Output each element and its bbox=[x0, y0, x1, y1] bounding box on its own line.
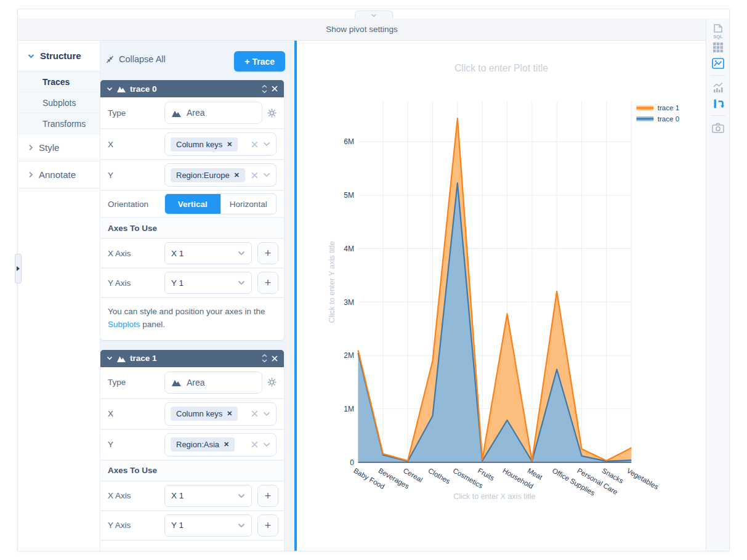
x-tick-label: Meat bbox=[527, 467, 544, 482]
add-x-axis-button[interactable]: + bbox=[257, 242, 278, 264]
sidebar-item-transforms[interactable]: Transforms bbox=[18, 113, 100, 134]
remove-chip-icon[interactable]: ✕ bbox=[227, 410, 232, 417]
area-fill-trace-1[interactable] bbox=[358, 118, 632, 462]
chevron-down-icon[interactable] bbox=[263, 142, 270, 147]
trace-type-select[interactable]: Area bbox=[164, 371, 262, 394]
sidebar-item-traces[interactable]: Traces bbox=[18, 71, 100, 92]
orientation-vertical-button[interactable]: Vertical bbox=[165, 194, 220, 214]
show-pivot-settings-link[interactable]: Show pivot settings bbox=[326, 25, 397, 34]
chevron-down-icon bbox=[28, 54, 34, 59]
add-x-axis-button[interactable]: + bbox=[257, 485, 278, 507]
chevron-right-icon bbox=[28, 171, 33, 178]
trace-type-value: Area bbox=[187, 108, 205, 118]
x-tick-label: Clothes bbox=[427, 467, 451, 485]
trace-0-header[interactable]: trace 0 bbox=[100, 80, 284, 97]
x-tick-label: Vegetables bbox=[626, 467, 660, 491]
remove-chip-icon[interactable]: ✕ bbox=[224, 441, 229, 448]
y-data-select[interactable]: Region:Asia ✕ bbox=[164, 433, 277, 457]
y-data-select[interactable]: Region:Europe ✕ bbox=[164, 163, 277, 187]
collapse-diagonal-icon bbox=[105, 55, 115, 64]
chart-image-icon[interactable] bbox=[706, 55, 730, 71]
pivot-drawer-tab[interactable] bbox=[355, 10, 393, 19]
gear-icon[interactable] bbox=[267, 378, 277, 387]
plot-title-placeholder[interactable]: Click to enter Plot title bbox=[454, 63, 548, 73]
chevron-down-icon[interactable] bbox=[263, 172, 270, 177]
x-data-select[interactable]: Column keys ✕ bbox=[164, 402, 277, 426]
sidebar-item-annotate[interactable]: Annotate bbox=[18, 161, 100, 189]
chevron-down-icon[interactable] bbox=[263, 442, 270, 447]
x-data-select[interactable]: Column keys ✕ bbox=[164, 132, 277, 156]
add-y-axis-button[interactable]: + bbox=[257, 514, 278, 537]
y-tick-label: 0 bbox=[350, 458, 354, 467]
trace-fold-1: trace 1 Type Area bbox=[100, 350, 284, 551]
type-label: Type bbox=[108, 108, 164, 118]
legend-label[interactable]: trace 1 bbox=[658, 104, 679, 112]
orientation-horizontal-button[interactable]: Horizontal bbox=[220, 194, 277, 214]
y-label: Y bbox=[108, 171, 164, 180]
x-row: X Column keys ✕ bbox=[100, 129, 284, 160]
chevron-down-icon bbox=[238, 523, 245, 528]
orientation-toggle: Vertical Horizontal bbox=[164, 193, 277, 214]
y-tick-label: 4M bbox=[344, 245, 354, 253]
pivot-flow-icon[interactable] bbox=[706, 95, 730, 112]
add-trace-button[interactable]: + Trace bbox=[234, 51, 285, 71]
x-tick-label: Fruits bbox=[477, 467, 496, 482]
close-icon[interactable] bbox=[272, 355, 278, 362]
area-chart[interactable]: 01M2M3M4M5M6MBaby FoodBeveragesCerealClo… bbox=[297, 41, 706, 551]
trace-type-select[interactable]: Area bbox=[164, 102, 262, 124]
sql-file-icon[interactable]: SQL bbox=[706, 23, 730, 39]
trace-1-header[interactable]: trace 1 bbox=[100, 350, 284, 367]
collapse-all-button[interactable]: Collapse All bbox=[105, 54, 166, 64]
y-tick-label: 5M bbox=[344, 191, 354, 200]
add-y-axis-button[interactable]: + bbox=[257, 272, 278, 294]
remove-chip-icon[interactable]: ✕ bbox=[227, 141, 232, 148]
x-axis-select[interactable]: X 1 bbox=[164, 242, 252, 264]
clear-icon[interactable] bbox=[251, 141, 258, 148]
gear-icon[interactable] bbox=[267, 108, 277, 118]
triangle-right-icon bbox=[17, 266, 20, 271]
y-tick-label: 2M bbox=[344, 351, 354, 360]
y-row: Y Region:Asia ✕ bbox=[100, 430, 284, 461]
plot-area[interactable]: 01M2M3M4M5M6MBaby FoodBeveragesCerealClo… bbox=[297, 41, 706, 551]
data-grid-icon[interactable] bbox=[706, 39, 730, 55]
remove-chip-icon[interactable]: ✕ bbox=[234, 172, 240, 179]
sidebar-item-style[interactable]: Style bbox=[18, 134, 100, 161]
y-axis-title-placeholder[interactable]: Click to enter Y axis title bbox=[328, 241, 336, 323]
x-axis-select[interactable]: X 1 bbox=[164, 485, 252, 507]
sidebar-item-structure[interactable]: Structure bbox=[18, 41, 100, 71]
pivot-settings-bar: Show pivot settings bbox=[18, 18, 706, 41]
sidebar-item-label: Annotate bbox=[39, 169, 76, 180]
orientation-label: Orientation bbox=[108, 200, 164, 209]
legend-label[interactable]: trace 0 bbox=[658, 115, 679, 123]
clear-icon[interactable] bbox=[251, 172, 258, 179]
reorder-trace-icon[interactable] bbox=[262, 85, 267, 93]
y-axis-select[interactable]: Y 1 bbox=[164, 272, 252, 294]
trace-fold-0: trace 0 Type Area bbox=[100, 80, 284, 340]
chevron-down-icon bbox=[107, 87, 113, 91]
y-axis-row: Y Axis Y 1 + bbox=[100, 511, 284, 541]
clear-icon[interactable] bbox=[251, 441, 258, 448]
data-chip: Region:Asia ✕ bbox=[171, 437, 235, 452]
y-axis-label: Y Axis bbox=[108, 521, 164, 530]
clear-icon[interactable] bbox=[251, 410, 258, 417]
select-value: X 1 bbox=[171, 249, 184, 258]
camera-icon[interactable] bbox=[706, 120, 730, 136]
expand-left-drawer-handle[interactable] bbox=[15, 254, 22, 283]
subplots-link[interactable]: Subplots bbox=[108, 320, 140, 329]
x-label: X bbox=[108, 140, 164, 149]
sidebar-item-label: Subplots bbox=[42, 98, 76, 108]
select-value: Y 1 bbox=[171, 521, 184, 530]
y-axis-select[interactable]: Y 1 bbox=[164, 514, 252, 537]
fold-footer bbox=[100, 541, 284, 551]
x-axis-title-placeholder[interactable]: Click to enter X axis title bbox=[453, 492, 535, 501]
sidebar-item-subplots[interactable]: Subplots bbox=[18, 92, 100, 113]
close-icon[interactable] bbox=[272, 86, 278, 92]
x-axis-label: X Axis bbox=[108, 249, 164, 258]
reorder-trace-icon[interactable] bbox=[262, 354, 267, 362]
sidebar-item-label: Traces bbox=[42, 77, 70, 87]
chart-analytics-icon[interactable] bbox=[706, 79, 730, 95]
type-row: Type Area bbox=[100, 367, 284, 399]
chevron-down-icon[interactable] bbox=[263, 412, 270, 416]
chip-label: Column keys bbox=[176, 409, 222, 418]
sidebar: Structure Traces Subplots Transforms Sty… bbox=[18, 41, 100, 551]
